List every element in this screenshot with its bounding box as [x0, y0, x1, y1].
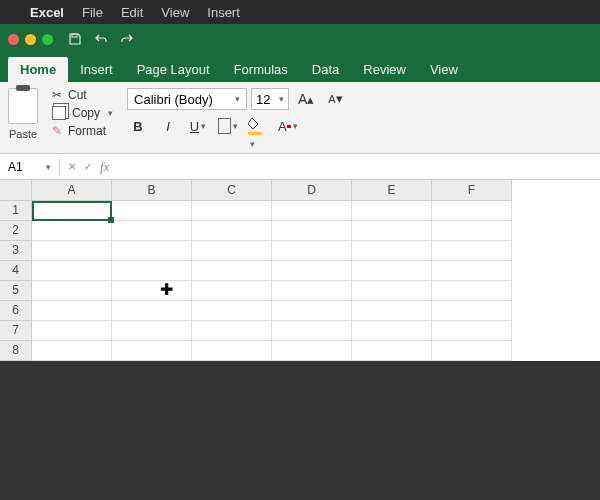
shrink-font-button[interactable]: A▾: [323, 88, 347, 110]
undo-icon[interactable]: [93, 31, 109, 47]
cell-c3[interactable]: [192, 241, 272, 261]
close-window-button[interactable]: [8, 34, 19, 45]
tab-home[interactable]: Home: [8, 57, 68, 82]
menu-edit[interactable]: Edit: [121, 5, 143, 20]
row-header-1[interactable]: 1: [0, 201, 32, 221]
fill-color-button[interactable]: ▾: [247, 116, 269, 136]
copy-button[interactable]: Copy ▾: [52, 106, 113, 120]
cell-b2[interactable]: [112, 221, 192, 241]
cell-a7[interactable]: [32, 321, 112, 341]
paste-label[interactable]: Paste: [9, 128, 37, 140]
cell-b1[interactable]: [112, 201, 192, 221]
font-name-select[interactable]: Calibri (Body) ▾: [127, 88, 247, 110]
cell-b3[interactable]: [112, 241, 192, 261]
cell-a3[interactable]: [32, 241, 112, 261]
cell-f1[interactable]: [432, 201, 512, 221]
col-header-c[interactable]: C: [192, 180, 272, 201]
tab-page-layout[interactable]: Page Layout: [125, 57, 222, 82]
cell-f4[interactable]: [432, 261, 512, 281]
cell-b8[interactable]: [112, 341, 192, 361]
cell-c6[interactable]: [192, 301, 272, 321]
fx-icon[interactable]: fx: [100, 159, 109, 175]
cell-a2[interactable]: [32, 221, 112, 241]
cell-c1[interactable]: [192, 201, 272, 221]
col-header-e[interactable]: E: [352, 180, 432, 201]
cell-f3[interactable]: [432, 241, 512, 261]
cell-e6[interactable]: [352, 301, 432, 321]
spreadsheet-grid[interactable]: A B C D E F 1 2 3 4 5 6 7 8: [0, 180, 600, 361]
app-name[interactable]: Excel: [30, 5, 64, 20]
minimize-window-button[interactable]: [25, 34, 36, 45]
cell-b7[interactable]: [112, 321, 192, 341]
col-header-a[interactable]: A: [32, 180, 112, 201]
cell-e3[interactable]: [352, 241, 432, 261]
cell-b4[interactable]: [112, 261, 192, 281]
cell-d8[interactable]: [272, 341, 352, 361]
cell-f7[interactable]: [432, 321, 512, 341]
menu-view[interactable]: View: [161, 5, 189, 20]
bold-button[interactable]: B: [127, 116, 149, 136]
cell-a1[interactable]: [32, 201, 112, 221]
cell-d2[interactable]: [272, 221, 352, 241]
row-header-7[interactable]: 7: [0, 321, 32, 341]
cell-f8[interactable]: [432, 341, 512, 361]
font-color-button[interactable]: A ▾: [277, 116, 299, 136]
save-icon[interactable]: [67, 31, 83, 47]
tab-insert[interactable]: Insert: [68, 57, 125, 82]
select-all-corner[interactable]: [0, 180, 32, 201]
menu-insert[interactable]: Insert: [207, 5, 240, 20]
font-size-select[interactable]: 12 ▾: [251, 88, 289, 110]
redo-icon[interactable]: [119, 31, 135, 47]
cell-a8[interactable]: [32, 341, 112, 361]
cell-d5[interactable]: [272, 281, 352, 301]
col-header-d[interactable]: D: [272, 180, 352, 201]
cell-f6[interactable]: [432, 301, 512, 321]
cell-a4[interactable]: [32, 261, 112, 281]
tab-review[interactable]: Review: [351, 57, 418, 82]
name-box[interactable]: A1 ▾: [0, 158, 60, 176]
row-header-6[interactable]: 6: [0, 301, 32, 321]
row-header-3[interactable]: 3: [0, 241, 32, 261]
row-header-2[interactable]: 2: [0, 221, 32, 241]
cell-e5[interactable]: [352, 281, 432, 301]
cell-f2[interactable]: [432, 221, 512, 241]
format-painter-button[interactable]: ✎ Format: [52, 124, 113, 138]
row-header-5[interactable]: 5: [0, 281, 32, 301]
col-header-b[interactable]: B: [112, 180, 192, 201]
cell-d7[interactable]: [272, 321, 352, 341]
cell-d6[interactable]: [272, 301, 352, 321]
cell-e8[interactable]: [352, 341, 432, 361]
col-header-f[interactable]: F: [432, 180, 512, 201]
cancel-formula-icon[interactable]: ✕: [68, 161, 76, 172]
tab-view[interactable]: View: [418, 57, 470, 82]
cell-c7[interactable]: [192, 321, 272, 341]
formula-input[interactable]: [117, 160, 592, 174]
menu-file[interactable]: File: [82, 5, 103, 20]
cell-b6[interactable]: [112, 301, 192, 321]
cell-f5[interactable]: [432, 281, 512, 301]
cell-e1[interactable]: [352, 201, 432, 221]
tab-formulas[interactable]: Formulas: [222, 57, 300, 82]
row-header-4[interactable]: 4: [0, 261, 32, 281]
cell-a5[interactable]: [32, 281, 112, 301]
cell-d3[interactable]: [272, 241, 352, 261]
maximize-window-button[interactable]: [42, 34, 53, 45]
cell-e7[interactable]: [352, 321, 432, 341]
cut-button[interactable]: ✂ Cut: [52, 88, 113, 102]
cell-d4[interactable]: [272, 261, 352, 281]
cell-c8[interactable]: [192, 341, 272, 361]
grow-font-button[interactable]: A▴: [293, 88, 319, 110]
cell-b5[interactable]: [112, 281, 192, 301]
enter-formula-icon[interactable]: ✓: [84, 161, 92, 172]
tab-data[interactable]: Data: [300, 57, 351, 82]
cell-c4[interactable]: [192, 261, 272, 281]
cell-e2[interactable]: [352, 221, 432, 241]
underline-button[interactable]: U▾: [187, 116, 209, 136]
clipboard-icon[interactable]: [8, 88, 38, 124]
cell-e4[interactable]: [352, 261, 432, 281]
cell-c5[interactable]: [192, 281, 272, 301]
italic-button[interactable]: I: [157, 116, 179, 136]
row-header-8[interactable]: 8: [0, 341, 32, 361]
borders-button[interactable]: ▾: [217, 116, 239, 136]
cell-d1[interactable]: [272, 201, 352, 221]
